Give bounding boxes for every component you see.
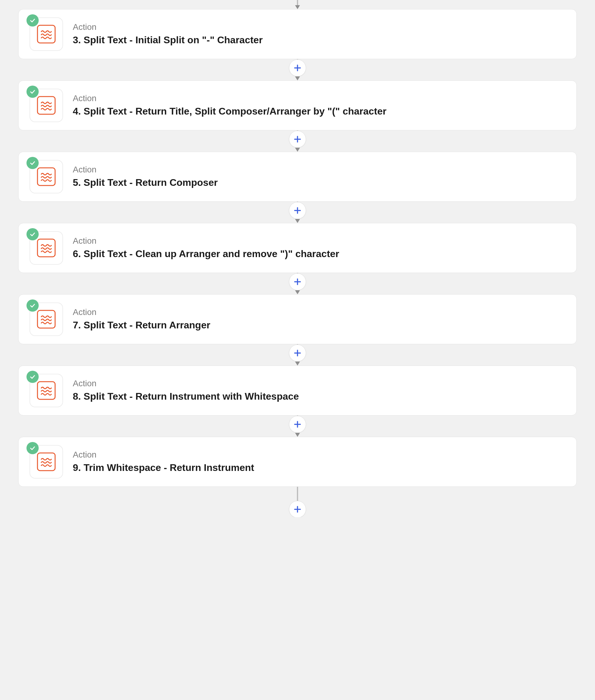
- workflow-step[interactable]: Action 3. Split Text - Initial Split on …: [18, 9, 577, 59]
- connector: [291, 202, 304, 223]
- workflow-step[interactable]: Action 9. Trim Whitespace - Return Instr…: [18, 437, 577, 487]
- step-type-label: Action: [73, 450, 565, 460]
- plus-icon: [293, 206, 302, 215]
- step-icon-wrap: [30, 445, 63, 479]
- connector: [291, 59, 304, 80]
- plus-icon: [293, 278, 302, 286]
- step-type-label: Action: [73, 379, 565, 388]
- add-step-button[interactable]: [289, 344, 306, 362]
- plus-icon: [293, 64, 302, 72]
- arrow-down-icon: [295, 362, 300, 366]
- workflow-step[interactable]: Action 8. Split Text - Return Instrument…: [18, 366, 577, 416]
- connector: [291, 344, 304, 366]
- formatter-icon: [37, 96, 56, 115]
- status-check-icon: [27, 157, 39, 169]
- step-title: 7. Split Text - Return Arranger: [73, 319, 565, 331]
- add-step-button[interactable]: [289, 59, 306, 77]
- formatter-icon: [37, 310, 56, 329]
- step-text: Action 5. Split Text - Return Composer: [73, 165, 565, 189]
- step-icon-wrap: [30, 303, 63, 336]
- step-text: Action 9. Trim Whitespace - Return Instr…: [73, 450, 565, 474]
- step-title: 4. Split Text - Return Title, Split Comp…: [73, 105, 565, 117]
- add-step-button[interactable]: [289, 202, 306, 219]
- step-icon-wrap: [30, 17, 63, 51]
- add-step-button[interactable]: [289, 273, 306, 290]
- plus-icon: [293, 349, 302, 357]
- step-type-label: Action: [73, 22, 565, 32]
- arrow-down-icon: [295, 433, 300, 437]
- arrow-down-icon: [295, 148, 300, 152]
- workflow-step[interactable]: Action 5. Split Text - Return Composer: [18, 152, 577, 202]
- arrow-down-icon: [295, 290, 300, 294]
- plus-icon: [293, 505, 302, 513]
- step-title: 9. Trim Whitespace - Return Instrument: [73, 461, 565, 474]
- step-icon-wrap: [30, 160, 63, 193]
- status-check-icon: [27, 228, 39, 240]
- status-check-icon: [27, 300, 39, 312]
- formatter-icon: [37, 167, 56, 186]
- connector: [291, 487, 304, 502]
- step-title: 8. Split Text - Return Instrument with W…: [73, 390, 565, 402]
- step-icon-wrap: [30, 374, 63, 407]
- formatter-icon: [37, 239, 56, 257]
- step-type-label: Action: [73, 165, 565, 174]
- status-check-icon: [27, 14, 39, 27]
- add-step-button[interactable]: [289, 416, 306, 433]
- add-step-button[interactable]: [289, 131, 306, 148]
- step-type-label: Action: [73, 236, 565, 246]
- status-check-icon: [27, 371, 39, 383]
- plus-icon: [293, 135, 302, 143]
- status-check-icon: [27, 86, 39, 98]
- connector-line: [297, 487, 298, 502]
- formatter-icon: [37, 25, 56, 44]
- step-title: 3. Split Text - Initial Split on "-" Cha…: [73, 34, 565, 46]
- step-text: Action 4. Split Text - Return Title, Spl…: [73, 93, 565, 117]
- connector: [291, 0, 304, 9]
- arrow-down-icon: [295, 77, 300, 80]
- workflow-step[interactable]: Action 7. Split Text - Return Arranger: [18, 294, 577, 344]
- connector: [291, 416, 304, 437]
- formatter-icon: [37, 381, 56, 400]
- step-text: Action 7. Split Text - Return Arranger: [73, 307, 565, 331]
- connector: [291, 273, 304, 294]
- step-type-label: Action: [73, 93, 565, 103]
- step-title: 6. Split Text - Clean up Arranger and re…: [73, 248, 565, 260]
- workflow-step[interactable]: Action 4. Split Text - Return Title, Spl…: [18, 80, 577, 130]
- step-text: Action 8. Split Text - Return Instrument…: [73, 379, 565, 402]
- formatter-icon: [37, 452, 56, 471]
- step-type-label: Action: [73, 307, 565, 317]
- connector: [291, 130, 304, 152]
- status-check-icon: [27, 442, 39, 454]
- connector-line: [297, 0, 298, 5]
- step-icon-wrap: [30, 89, 63, 122]
- step-text: Action 6. Split Text - Clean up Arranger…: [73, 236, 565, 260]
- arrow-down-icon: [295, 5, 300, 9]
- step-text: Action 3. Split Text - Initial Split on …: [73, 22, 565, 46]
- step-icon-wrap: [30, 231, 63, 265]
- plus-icon: [293, 420, 302, 428]
- add-step-button[interactable]: [289, 501, 306, 517]
- arrow-down-icon: [295, 219, 300, 223]
- workflow-flow: Action 3. Split Text - Initial Split on …: [18, 0, 577, 517]
- step-title: 5. Split Text - Return Composer: [73, 176, 565, 189]
- workflow-step[interactable]: Action 6. Split Text - Clean up Arranger…: [18, 223, 577, 273]
